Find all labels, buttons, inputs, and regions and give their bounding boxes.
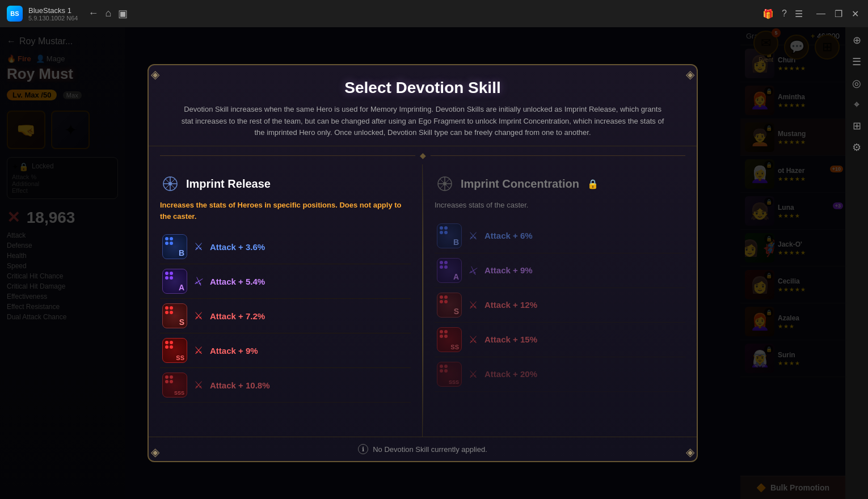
- imprint-release-desc: Increases the stats of Heroes in specifi…: [160, 200, 411, 222]
- divider-left: [160, 155, 415, 156]
- corner-tl: ◈: [151, 67, 159, 81]
- corner-bl: ◈: [151, 445, 159, 459]
- sword-icon-s-right: ⚔: [469, 299, 478, 311]
- back-nav-icon[interactable]: ←: [88, 7, 98, 20]
- strip-icon-2[interactable]: ☰: [850, 53, 863, 70]
- tabs-nav-icon[interactable]: ▣: [118, 7, 128, 20]
- imprint-release-header: Imprint Release: [160, 174, 411, 194]
- grade-icon-b-left: B: [162, 234, 187, 259]
- imprint-concentration-title: Imprint Concentration: [461, 177, 579, 191]
- skill-value-a-left: Attack + 5.4%: [210, 277, 265, 286]
- corner-br: ◈: [686, 445, 694, 459]
- sword-icon-b-left: ⚔: [194, 240, 203, 253]
- skill-row-sss-right: SSS ⚔ Attack + 20%: [435, 357, 685, 392]
- divider-diamond: ◆: [420, 151, 426, 160]
- modal-title: Select Devotion Skill: [160, 79, 685, 97]
- grade-icon-ss-left: SS: [162, 338, 187, 363]
- modal-footer: ℹ No Devotion Skill currently applied.: [149, 437, 697, 461]
- sword-icon-a-right: ⚔: [467, 263, 479, 277]
- app-version: 5.9.130.1002 N64: [28, 15, 78, 22]
- sword-icon-a-left: ⚔: [192, 274, 204, 288]
- imprint-release-icon: [160, 174, 180, 194]
- svg-point-11: [443, 182, 446, 185]
- grade-icon-ss-right: SS: [437, 327, 462, 352]
- skill-row-a-left[interactable]: A ⚔ Attack + 5.4%: [160, 264, 411, 299]
- skill-row-b-left[interactable]: B ⚔ Attack + 3.6%: [160, 230, 411, 264]
- imprint-release-title: Imprint Release: [186, 177, 271, 191]
- skill-row-s-left[interactable]: S ⚔ Attack + 7.2%: [160, 299, 411, 333]
- skill-row-ss-right: SS ⚔ Attack + 15%: [435, 323, 685, 357]
- restore-button[interactable]: ❐: [832, 9, 845, 19]
- skill-value-s-left: Attack + 7.2%: [210, 311, 265, 321]
- svg-point-5: [168, 182, 172, 185]
- skill-value-sss-right: Attack + 20%: [484, 369, 537, 379]
- modal-header: Select Devotion Skill Devotion Skill inc…: [149, 65, 697, 146]
- question-icon[interactable]: ?: [782, 9, 787, 19]
- info-circle-icon: ℹ: [358, 444, 368, 454]
- sword-icon-ss-left: ⚔: [194, 344, 203, 357]
- strip-icon-5[interactable]: ⊞: [850, 117, 863, 134]
- skill-value-ss-left: Attack + 9%: [210, 346, 258, 356]
- sword-icon-b-right: ⚔: [469, 230, 478, 242]
- imprint-concentration-column: Imprint Concentration 🔒 Increases stats …: [423, 164, 697, 437]
- home-nav-icon[interactable]: ⌂: [105, 7, 111, 20]
- corner-tr: ◈: [686, 67, 694, 81]
- minimize-button[interactable]: —: [814, 9, 828, 19]
- skill-value-b-left: Attack + 3.6%: [210, 242, 265, 252]
- strip-icon-1[interactable]: ⊕: [850, 32, 863, 49]
- strip-icon-4[interactable]: ⌖: [852, 96, 862, 113]
- imprint-release-column: Imprint Release Increases the stats of H…: [149, 164, 423, 437]
- modal-overlay: ◈ ◈ ◈ ◈ Select Devotion Skill Devotion S…: [0, 27, 845, 499]
- grade-icon-a-right: A: [437, 258, 462, 283]
- strip-icon-6[interactable]: ⚙: [850, 139, 863, 156]
- close-button[interactable]: ✕: [849, 9, 861, 19]
- modal-columns: Imprint Release Increases the stats of H…: [149, 164, 697, 437]
- grade-icon-b-right: B: [437, 223, 462, 248]
- modal-divider: ◆: [160, 151, 685, 160]
- skill-row-s-right: S ⚔ Attack + 12%: [435, 288, 685, 323]
- modal-description: Devotion Skill increases when the same H…: [179, 104, 667, 139]
- no-skill-text: No Devotion Skill currently applied.: [373, 445, 487, 454]
- grade-icon-s-left: S: [162, 303, 187, 328]
- right-strip: ⊕ ☰ ◎ ⌖ ⊞ ⚙: [845, 27, 868, 499]
- menu-icon[interactable]: ☰: [795, 9, 803, 19]
- gift-icon[interactable]: 🎁: [762, 9, 774, 19]
- no-skill-message: ℹ No Devotion Skill currently applied.: [160, 444, 685, 454]
- skill-row-b-right: B ⚔ Attack + 6%: [435, 219, 685, 253]
- grade-icon-a-left: A: [162, 269, 187, 294]
- skill-value-s-right: Attack + 12%: [484, 300, 537, 310]
- sword-icon-s-left: ⚔: [194, 310, 203, 322]
- skill-value-b-right: Attack + 6%: [484, 231, 533, 240]
- concentration-lock-icon: 🔒: [587, 179, 599, 189]
- skill-value-a-right: Attack + 9%: [484, 265, 533, 275]
- strip-icon-3[interactable]: ◎: [850, 75, 863, 92]
- skill-row-a-right: A ⚔ Attack + 9%: [435, 253, 685, 288]
- sword-icon-sss-right: ⚔: [469, 368, 478, 380]
- app-title: BlueStacks 1: [28, 6, 78, 15]
- grade-icon-sss-left: SSS: [162, 373, 187, 397]
- devotion-skill-modal: ◈ ◈ ◈ ◈ Select Devotion Skill Devotion S…: [148, 64, 698, 462]
- bluestacks-logo: BS: [7, 6, 23, 22]
- sword-icon-ss-right: ⚔: [469, 333, 478, 346]
- bluestacks-bar: BS BlueStacks 1 5.9.130.1002 N64 ← ⌂ ▣ 🎁…: [0, 0, 868, 27]
- grade-icon-sss-right: SSS: [437, 362, 462, 387]
- skill-value-sss-left: Attack + 10.8%: [210, 380, 269, 390]
- skill-value-ss-right: Attack + 15%: [484, 335, 537, 344]
- skill-row-sss-left[interactable]: SSS ⚔ Attack + 10.8%: [160, 368, 411, 403]
- imprint-concentration-header: Imprint Concentration 🔒: [435, 174, 685, 194]
- imprint-concentration-desc: Increases stats of the caster.: [435, 200, 685, 211]
- grade-icon-s-right: S: [437, 293, 462, 318]
- divider-right: [431, 155, 686, 156]
- skill-row-ss-left[interactable]: SS ⚔ Attack + 9%: [160, 333, 411, 368]
- imprint-concentration-icon: [435, 174, 455, 194]
- sword-icon-sss-left: ⚔: [194, 379, 203, 391]
